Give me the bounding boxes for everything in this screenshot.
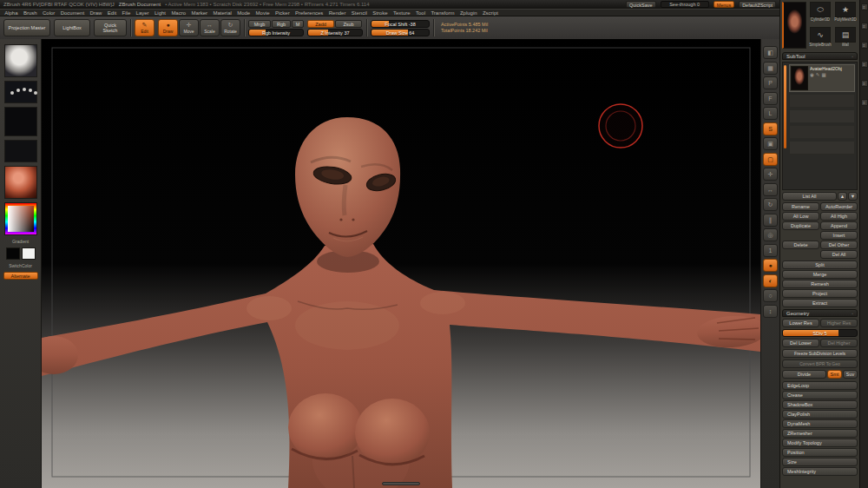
secondary-color-swatch[interactable] [22, 247, 36, 260]
del-other-button[interactable]: Del Other [820, 241, 858, 249]
ghost-icon[interactable]: ○ [763, 289, 778, 302]
main-color-swatch[interactable] [6, 247, 20, 260]
size-section[interactable]: Size [782, 458, 858, 466]
rgb-toggle[interactable]: Rgb [272, 20, 291, 28]
suv-toggle[interactable]: Suv [843, 370, 858, 379]
subtool-slot[interactable] [789, 141, 855, 155]
frame-icon[interactable]: ▣ [763, 137, 778, 150]
quick-sketch-button[interactable]: Quick Sketch [94, 19, 127, 36]
draw-mode-button[interactable]: ● Draw [158, 19, 178, 36]
focal-shift-slider[interactable]: Focal Shift -38 [371, 20, 430, 28]
subtool-up-button[interactable]: ▲ [838, 192, 847, 201]
tool-cell-cylinder3d[interactable]: ⬭ Cylinder3D [808, 2, 832, 26]
tool-cell-polymesh3d[interactable]: ★ PolyMesh3D [833, 2, 858, 26]
delete-button[interactable]: Delete [782, 241, 819, 249]
tool-cell-simplebrush[interactable]: ∿ SimpleBrush [808, 27, 832, 51]
move-mode-button[interactable]: ✛ Move [179, 19, 199, 36]
quicksave-button[interactable]: QuickSave [626, 1, 656, 8]
zremesher-section[interactable]: ZRemesher [782, 429, 858, 438]
stroke-thumbnail[interactable] [4, 81, 37, 103]
material-thumbnail[interactable] [4, 166, 37, 199]
smt-toggle[interactable]: Smt [827, 370, 842, 379]
color-picker[interactable] [4, 202, 37, 235]
color-picker-inner[interactable] [8, 206, 34, 232]
menu-item[interactable]: File [119, 10, 133, 16]
draw-size-slider[interactable]: Draw Size 64 [371, 29, 430, 36]
menu-item[interactable]: Marker [188, 10, 210, 16]
del-lower-button[interactable]: Del Lower [782, 339, 819, 347]
rotate-mode-button[interactable]: ↻ Rotate [220, 19, 240, 36]
zoom-icon[interactable]: ◎ [763, 228, 778, 241]
convert-bpr-button[interactable]: Convert BPR To Geo [782, 359, 858, 368]
texture-thumbnail[interactable] [4, 140, 37, 162]
polyframe-icon[interactable]: ▢ [763, 153, 778, 166]
append-button[interactable]: Append [820, 221, 858, 230]
menu-item[interactable]: Edit [105, 10, 120, 16]
menu-item[interactable]: Alpha [2, 10, 21, 16]
menu-item[interactable]: Layer [133, 10, 151, 16]
all-low-button[interactable]: All Low [782, 212, 819, 221]
freeze-subdivision-button[interactable]: Freeze SubDivision Levels [782, 349, 858, 358]
paint-icon[interactable]: ✎ [816, 72, 820, 77]
render-icon[interactable]: ▦ [763, 62, 778, 75]
divider-handle-icon[interactable]: ≡ [861, 3, 868, 10]
brush-thumbnail[interactable] [4, 44, 37, 77]
bpr-icon[interactable]: ◧ [763, 46, 778, 59]
divider-handle-icon[interactable]: ≡ [861, 80, 868, 87]
actual-size-icon[interactable]: 1 [763, 244, 778, 257]
menu-item[interactable]: Tool [413, 10, 428, 16]
remesh-button[interactable]: Remesh [782, 280, 858, 288]
subtool-down-button[interactable]: ▼ [848, 192, 858, 201]
merge-button[interactable]: Merge [782, 270, 858, 279]
scroll-icon[interactable]: ∥ [763, 214, 778, 227]
canvas-scrollbar[interactable] [382, 482, 420, 485]
scale-doc-icon[interactable]: ↔ [763, 183, 778, 196]
menu-item[interactable]: Stroke [370, 10, 391, 16]
extract-button[interactable]: Extract [782, 299, 858, 307]
list-all-button[interactable]: List All [782, 192, 837, 201]
geometry-menu-icon[interactable]: ◦ [852, 310, 853, 316]
menu-item[interactable]: Picker [273, 10, 293, 16]
divider-handle-icon[interactable]: ≡ [861, 23, 868, 30]
edgeloop-section[interactable]: EdgeLoop [782, 381, 858, 390]
rotate-doc-icon[interactable]: ↻ [763, 198, 778, 211]
subtool-slot[interactable] [789, 125, 855, 139]
crease-section[interactable]: Crease [782, 391, 858, 399]
lower-res-button[interactable]: Lower Res [782, 319, 819, 327]
seethrough-slider[interactable]: See-through 0 [661, 1, 709, 8]
default-zscript-button[interactable]: DefaultZScript [739, 1, 776, 8]
mrgb-toggle[interactable]: Mrgb [248, 20, 271, 28]
shadowbox-section[interactable]: ShadowBox [782, 400, 858, 409]
sdiv-slider[interactable]: SDiv 5 [782, 329, 858, 337]
zadd-toggle[interactable]: Zadd [307, 20, 334, 28]
menu-item[interactable]: Material [210, 10, 234, 16]
z-intensity-slider[interactable]: Z Intensity 37 [307, 29, 363, 36]
scale-mode-button[interactable]: ↔ Scale [200, 19, 220, 36]
lsym-icon[interactable]: S [763, 122, 778, 135]
menu-item[interactable]: Transform [428, 10, 457, 16]
wall-icon[interactable]: ▤ [835, 27, 856, 43]
lightbox-button[interactable]: LightBox [54, 19, 90, 36]
duplicate-button[interactable]: Duplicate [782, 221, 819, 230]
divider-handle-icon[interactable]: ≡ [861, 61, 868, 68]
move-doc-icon[interactable]: ✛ [763, 168, 778, 181]
persp-icon[interactable]: P [763, 76, 778, 89]
menu-item[interactable]: Color [40, 10, 58, 16]
sculpt-viewport[interactable] [42, 39, 760, 488]
cylinder3d-icon[interactable]: ⬭ [810, 2, 831, 17]
autoreorder-button[interactable]: AutoReorder [820, 202, 858, 211]
menu-item[interactable]: Zscript [480, 10, 501, 16]
geometry-header[interactable]: Geometry ◦ [782, 309, 858, 317]
menu-item[interactable]: Light [152, 10, 168, 16]
rgb-intensity-slider[interactable]: Rgb Intensity [248, 29, 304, 36]
dynamesh-section[interactable]: DynaMesh [782, 419, 858, 428]
menu-item[interactable]: Brush [21, 10, 40, 16]
position-section[interactable]: Position [782, 448, 858, 457]
polymesh3d-icon[interactable]: ★ [835, 2, 856, 17]
document-canvas[interactable] [42, 39, 760, 488]
divide-button[interactable]: Divide [782, 370, 826, 379]
claypolish-section[interactable]: ClayPolish [782, 410, 858, 419]
polypaint-icon[interactable]: ▦ [821, 72, 825, 77]
menu-item[interactable]: Document [58, 10, 88, 16]
menu-item[interactable]: Preferences [293, 10, 326, 16]
